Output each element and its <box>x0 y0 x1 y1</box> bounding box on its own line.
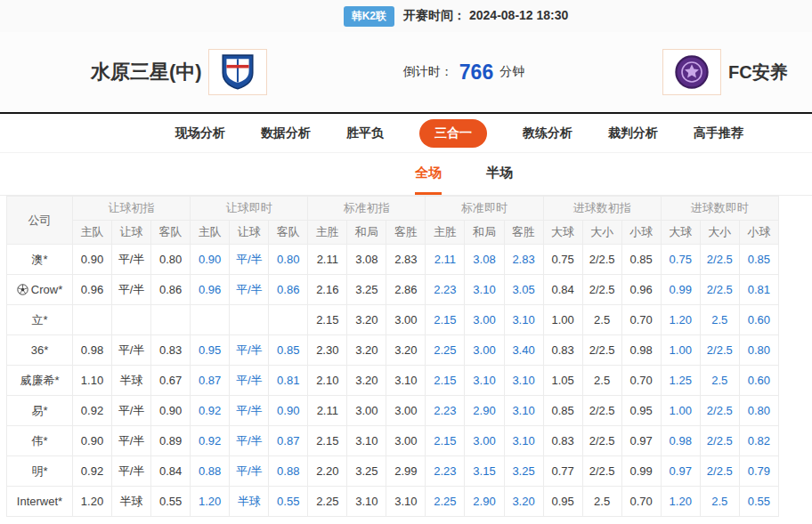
live-odds-cell[interactable]: 2.5 <box>700 366 739 396</box>
company-cell[interactable]: 明* <box>7 456 73 487</box>
live-odds-cell[interactable]: 0.88 <box>269 456 308 487</box>
live-odds-cell[interactable]: 0.92 <box>191 426 230 456</box>
live-odds-cell[interactable]: 3.00 <box>465 305 504 335</box>
live-odds-cell[interactable]: 3.10 <box>504 426 543 456</box>
live-odds-cell[interactable]: 2.25 <box>426 335 465 366</box>
live-odds-cell[interactable]: 0.80 <box>739 396 778 426</box>
live-odds-cell[interactable]: 平/半 <box>230 396 269 426</box>
live-odds-cell[interactable]: 0.80 <box>269 245 308 275</box>
live-odds-cell[interactable]: 1.20 <box>661 487 700 517</box>
live-odds-cell[interactable]: 3.10 <box>504 366 543 396</box>
live-odds-cell[interactable] <box>269 305 308 335</box>
company-cell[interactable]: 易* <box>7 396 73 426</box>
nav-tab-referee-analysis[interactable]: 裁判分析 <box>608 125 658 141</box>
nav-tab-coach-analysis[interactable]: 教练分析 <box>523 125 572 141</box>
live-odds-cell[interactable]: 1.25 <box>661 366 700 396</box>
company-cell[interactable]: 威廉希* <box>7 366 73 396</box>
live-odds-cell[interactable]: 3.00 <box>465 335 504 366</box>
live-odds-cell[interactable]: 1.20 <box>191 487 230 517</box>
live-odds-cell[interactable]: 3.00 <box>465 426 504 456</box>
live-odds-cell[interactable]: 3.10 <box>465 366 504 396</box>
live-odds-cell[interactable]: 0.92 <box>191 396 230 426</box>
live-odds-cell[interactable]: 2/2.5 <box>700 275 739 305</box>
live-odds-cell[interactable]: 0.79 <box>739 456 778 487</box>
company-cell[interactable]: 立* <box>7 305 73 335</box>
live-odds-cell[interactable]: 2/2.5 <box>700 426 739 456</box>
live-odds-cell[interactable]: 2.23 <box>426 396 465 426</box>
live-odds-cell[interactable]: 平/半 <box>230 366 269 396</box>
live-odds-cell[interactable]: 2/2.5 <box>700 456 739 487</box>
live-odds-cell[interactable]: 0.97 <box>661 456 700 487</box>
live-odds-cell[interactable]: 0.87 <box>191 366 230 396</box>
live-odds-cell[interactable]: 1.00 <box>661 335 700 366</box>
live-odds-cell[interactable]: 0.55 <box>269 487 308 517</box>
live-odds-cell[interactable]: 3.05 <box>504 275 543 305</box>
live-odds-cell[interactable]: 2.15 <box>426 366 465 396</box>
live-odds-cell[interactable]: 0.75 <box>661 245 700 275</box>
live-odds-cell[interactable]: 3.10 <box>504 305 543 335</box>
live-odds-cell[interactable]: 2.90 <box>465 396 504 426</box>
live-odds-cell[interactable]: 2.15 <box>426 426 465 456</box>
scope-tab-full-time[interactable]: 全场 <box>415 153 442 195</box>
nav-tab-expert-picks[interactable]: 高手推荐 <box>694 125 743 141</box>
nav-tab-three-in-one[interactable]: 三合一 <box>419 119 487 148</box>
home-team-name[interactable]: 水原三星(中) <box>91 32 202 112</box>
live-odds-cell[interactable]: 0.86 <box>269 275 308 305</box>
live-odds-cell[interactable]: 2/2.5 <box>700 245 739 275</box>
live-odds-cell[interactable]: 3.20 <box>504 487 543 517</box>
live-odds-cell[interactable]: 2.23 <box>426 275 465 305</box>
live-odds-cell[interactable]: 0.99 <box>661 275 700 305</box>
live-odds-cell[interactable]: 2.83 <box>504 245 543 275</box>
live-odds-cell[interactable]: 0.88 <box>191 456 230 487</box>
live-odds-cell[interactable]: 3.40 <box>504 335 543 366</box>
live-odds-cell[interactable]: 0.90 <box>269 396 308 426</box>
live-odds-cell[interactable] <box>230 305 269 335</box>
live-odds-cell[interactable]: 0.96 <box>191 275 230 305</box>
live-odds-cell[interactable]: 1.20 <box>661 305 700 335</box>
live-odds-cell[interactable]: 0.60 <box>739 305 778 335</box>
live-odds-cell[interactable]: 0.85 <box>739 245 778 275</box>
live-odds-cell[interactable]: 平/半 <box>230 335 269 366</box>
company-cell[interactable]: 澳* <box>7 245 73 275</box>
live-odds-cell[interactable]: 半球 <box>230 487 269 517</box>
live-odds-cell[interactable]: 0.98 <box>661 426 700 456</box>
live-odds-cell[interactable]: 3.15 <box>465 456 504 487</box>
live-odds-cell[interactable]: 0.90 <box>191 245 230 275</box>
live-odds-cell[interactable]: 0.85 <box>269 335 308 366</box>
live-odds-cell[interactable]: 平/半 <box>230 275 269 305</box>
live-odds-cell[interactable]: 2.25 <box>426 487 465 517</box>
live-odds-cell[interactable]: 平/半 <box>230 245 269 275</box>
live-odds-cell[interactable]: 2.23 <box>426 456 465 487</box>
live-odds-cell[interactable]: 0.95 <box>191 335 230 366</box>
away-team-name[interactable]: FC安养 <box>728 32 788 112</box>
league-badge[interactable]: 韩K2联 <box>344 6 394 27</box>
live-odds-cell[interactable]: 2.5 <box>700 487 739 517</box>
live-odds-cell[interactable]: 2.5 <box>700 305 739 335</box>
live-odds-cell[interactable]: 0.82 <box>739 426 778 456</box>
scope-tab-half-time[interactable]: 半场 <box>486 153 513 195</box>
live-odds-cell[interactable]: 3.08 <box>465 245 504 275</box>
company-cell[interactable]: 36* <box>7 335 73 366</box>
live-odds-cell[interactable]: 1.00 <box>661 396 700 426</box>
nav-tab-live-analysis[interactable]: 现场分析 <box>175 125 225 141</box>
nav-tab-win-draw-loss[interactable]: 胜平负 <box>346 125 384 141</box>
live-odds-cell[interactable]: 3.10 <box>504 396 543 426</box>
live-odds-cell[interactable]: 0.81 <box>269 366 308 396</box>
live-odds-cell[interactable]: 2/2.5 <box>700 335 739 366</box>
live-odds-cell[interactable]: 2.15 <box>426 305 465 335</box>
live-odds-cell[interactable]: 0.87 <box>269 426 308 456</box>
live-odds-cell[interactable]: 3.10 <box>465 275 504 305</box>
live-odds-cell[interactable]: 0.81 <box>739 275 778 305</box>
live-odds-cell[interactable] <box>191 305 230 335</box>
company-cell[interactable]: Interwet* <box>7 487 73 517</box>
live-odds-cell[interactable]: 2/2.5 <box>700 396 739 426</box>
live-odds-cell[interactable]: 0.55 <box>739 487 778 517</box>
live-odds-cell[interactable]: 平/半 <box>230 456 269 487</box>
live-odds-cell[interactable]: 0.80 <box>739 335 778 366</box>
company-cell[interactable]: 伟* <box>7 426 73 456</box>
company-cell[interactable]: Crow* <box>7 275 73 305</box>
live-odds-cell[interactable]: 2.90 <box>465 487 504 517</box>
nav-tab-data-analysis[interactable]: 数据分析 <box>261 125 311 141</box>
live-odds-cell[interactable]: 0.60 <box>739 366 778 396</box>
live-odds-cell[interactable]: 2.11 <box>426 245 465 275</box>
